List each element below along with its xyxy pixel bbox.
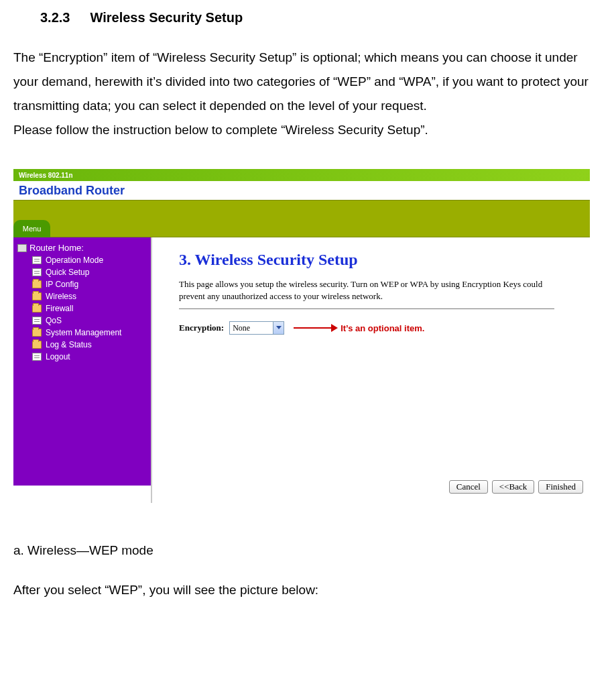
doc-icon bbox=[32, 353, 42, 361]
window-title: Wireless 802.11n bbox=[19, 172, 73, 179]
brand-bar: Broadband Router bbox=[13, 181, 590, 200]
sidebar-item-ip-config[interactable]: IP Config bbox=[13, 278, 151, 290]
monitor-icon bbox=[17, 244, 27, 252]
sub-heading: a. Wireless—WEP mode bbox=[13, 543, 603, 558]
arrow-head-icon bbox=[331, 324, 338, 332]
section-heading: 3.2.3Wireless Security Setup bbox=[40, 10, 603, 25]
cancel-button[interactable]: Cancel bbox=[449, 480, 488, 494]
sidebar: Router Home: Operation Mode Quick Setup … bbox=[13, 237, 151, 486]
router-screenshot: Wireless 802.11n Broadband Router Menu R… bbox=[13, 169, 590, 503]
sidebar-root[interactable]: Router Home: bbox=[13, 241, 151, 254]
page-description: This page allows you setup the wireless … bbox=[179, 278, 554, 309]
sidebar-item-wireless[interactable]: Wireless bbox=[13, 290, 151, 302]
folder-icon bbox=[32, 341, 42, 349]
sidebar-item-label: Logout bbox=[46, 352, 70, 361]
doc-icon bbox=[32, 317, 42, 325]
folder-icon bbox=[32, 304, 42, 313]
sidebar-root-label: Router Home: bbox=[29, 243, 84, 253]
menu-tab[interactable]: Menu bbox=[13, 220, 50, 237]
doc-icon bbox=[32, 268, 42, 276]
arrow-line-icon bbox=[294, 327, 331, 329]
doc-icon bbox=[32, 256, 42, 264]
section-number: 3.2.3 bbox=[40, 10, 70, 25]
sidebar-item-label: Log & Status bbox=[46, 340, 92, 349]
encryption-label: Encryption: bbox=[179, 323, 224, 333]
page-title: 3. Wireless Security Setup bbox=[179, 251, 576, 269]
brand-text: Broadband Router bbox=[19, 184, 125, 198]
sidebar-item-system-management[interactable]: System Management bbox=[13, 327, 151, 339]
sidebar-item-log-status[interactable]: Log & Status bbox=[13, 339, 151, 351]
sidebar-item-label: Wireless bbox=[46, 292, 76, 301]
content-panel: 3. Wireless Security Setup This page all… bbox=[151, 237, 590, 503]
callout-arrow: It’s an optional item. bbox=[294, 323, 424, 333]
chevron-down-icon bbox=[273, 322, 284, 334]
paragraph-3: After you select “WEP”, you will see the… bbox=[13, 578, 603, 602]
sidebar-item-quick-setup[interactable]: Quick Setup bbox=[13, 266, 151, 278]
button-row: Cancel <<Back Finished bbox=[449, 480, 583, 494]
sidebar-item-label: Quick Setup bbox=[46, 268, 89, 277]
callout-text: It’s an optional item. bbox=[341, 323, 424, 333]
sidebar-item-label: Firewall bbox=[46, 304, 73, 313]
window-titlebar: Wireless 802.11n bbox=[13, 169, 590, 181]
sidebar-item-qos[interactable]: QoS bbox=[13, 315, 151, 327]
finished-button[interactable]: Finished bbox=[538, 480, 583, 494]
back-button[interactable]: <<Back bbox=[492, 480, 534, 494]
sidebar-item-label: QoS bbox=[46, 316, 62, 325]
folder-icon bbox=[32, 280, 42, 288]
svg-marker-0 bbox=[276, 326, 282, 329]
paragraph-1: The “Encryption” item of “Wireless Secur… bbox=[13, 50, 589, 113]
folder-icon bbox=[32, 329, 42, 337]
menu-tab-label: Menu bbox=[23, 225, 42, 233]
intro-paragraphs: The “Encryption” item of “Wireless Secur… bbox=[13, 46, 603, 142]
sidebar-item-firewall[interactable]: Firewall bbox=[13, 302, 151, 315]
encryption-value: None bbox=[230, 323, 273, 333]
paragraph-2: Please follow the instruction below to c… bbox=[13, 123, 428, 137]
accent-bar bbox=[13, 200, 590, 237]
sidebar-item-operation-mode[interactable]: Operation Mode bbox=[13, 254, 151, 266]
encryption-select[interactable]: None bbox=[229, 321, 284, 335]
encryption-row: Encryption: None It’s an optional item. bbox=[179, 321, 576, 335]
folder-icon bbox=[32, 292, 42, 300]
sidebar-item-label: Operation Mode bbox=[46, 256, 103, 265]
sidebar-item-label: System Management bbox=[46, 328, 121, 337]
sidebar-item-label: IP Config bbox=[46, 280, 78, 289]
section-title: Wireless Security Setup bbox=[90, 10, 243, 25]
sidebar-item-logout[interactable]: Logout bbox=[13, 351, 151, 363]
